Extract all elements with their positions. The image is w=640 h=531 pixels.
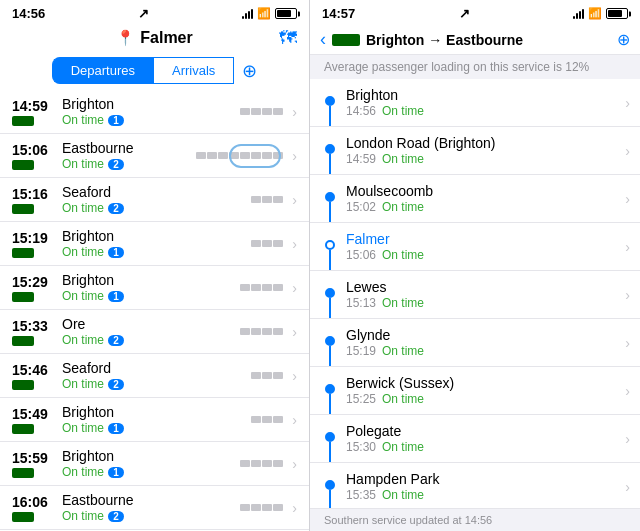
stop-status: On time — [382, 248, 424, 262]
departure-item[interactable]: 15:29BrightonOn time1› — [0, 266, 309, 310]
departure-destination: Eastbourne — [62, 140, 196, 156]
stop-connecting-line — [329, 346, 331, 366]
stop-time: 15:06 — [346, 248, 376, 262]
departure-status: On time — [62, 377, 104, 391]
stop-item[interactable]: Glynde15:19On time› — [310, 319, 640, 367]
chevron-right-icon: › — [292, 280, 297, 296]
stop-item[interactable]: Berwick (Sussex)15:25On time› — [310, 367, 640, 415]
right-panel: 14:57 ↗ 📶 ‹ Brighton → Eastbourne ⊕ Aver… — [310, 0, 640, 531]
departure-item[interactable]: 15:06EastbourneOn time2› — [0, 134, 309, 178]
departure-train-info: › — [240, 456, 297, 472]
departure-time: 15:59 — [12, 450, 54, 466]
chevron-right-icon: › — [292, 104, 297, 120]
departure-status: On time — [62, 421, 104, 435]
stop-name: London Road (Brighton) — [346, 135, 619, 151]
departure-train-info: › — [251, 368, 297, 384]
stop-line-column — [320, 79, 340, 126]
departure-train-info: › — [240, 324, 297, 340]
map-icon[interactable]: 🗺 — [279, 28, 297, 49]
carriage-icons — [251, 196, 284, 203]
stop-item[interactable]: London Road (Brighton)14:59On time› — [310, 127, 640, 175]
loading-notice: Average passenger loading on this servic… — [310, 55, 640, 79]
chevron-right-icon: › — [625, 271, 630, 318]
filter-icon[interactable]: ⊕ — [242, 60, 257, 82]
right-battery-icon — [606, 8, 628, 19]
back-button[interactable]: ‹ — [320, 29, 326, 50]
departure-badge: 1 — [108, 291, 124, 302]
stop-name: Lewes — [346, 279, 619, 295]
departure-destination: Brighton — [62, 404, 251, 420]
stop-name: Falmer — [346, 231, 619, 247]
departure-item[interactable]: 15:46SeafordOn time2› — [0, 354, 309, 398]
operator-logo — [332, 34, 360, 46]
chevron-right-icon: › — [292, 500, 297, 516]
departure-item[interactable]: 15:16SeafordOn time2› — [0, 178, 309, 222]
stop-item[interactable]: Falmer15:06On time› — [310, 223, 640, 271]
departure-time: 15:33 — [12, 318, 54, 334]
stop-line-column — [320, 319, 340, 366]
departure-train-info: › — [251, 412, 297, 428]
departures-tab[interactable]: Departures — [52, 57, 153, 84]
left-header: 📍 Falmer 🗺 — [0, 25, 309, 53]
stop-status: On time — [382, 104, 424, 118]
departure-item[interactable]: 15:33OreOn time2› — [0, 310, 309, 354]
stop-status: On time — [382, 152, 424, 166]
departure-item[interactable]: 16:06EastbourneOn time2› — [0, 486, 309, 530]
departure-item[interactable]: 14:59BrightonOn time1› — [0, 90, 309, 134]
route-from: Brighton — [366, 32, 424, 48]
stop-item[interactable]: Polegate15:30On time› — [310, 415, 640, 463]
stop-item[interactable]: Brighton14:56On time› — [310, 79, 640, 127]
chevron-right-icon: › — [625, 415, 630, 462]
stop-time: 15:19 — [346, 344, 376, 358]
departure-item[interactable]: 15:49BrightonOn time1› — [0, 398, 309, 442]
left-panel: 14:56 ↗ 📶 📍 Falmer 🗺 Departures Arrivals… — [0, 0, 310, 531]
stop-line-column — [320, 175, 340, 222]
stop-time: 14:56 — [346, 104, 376, 118]
stop-status: On time — [382, 488, 424, 502]
stop-item[interactable]: Hampden Park15:35On time› — [310, 463, 640, 508]
stop-status: On time — [382, 392, 424, 406]
arrivals-tab[interactable]: Arrivals — [153, 57, 234, 84]
stop-time: 15:25 — [346, 392, 376, 406]
carriage-icons — [240, 460, 284, 467]
left-status-bar: 14:56 ↗ 📶 — [0, 0, 309, 25]
route-to: Eastbourne — [446, 32, 523, 48]
departure-item[interactable]: 15:59BrightonOn time1› — [0, 442, 309, 486]
stop-dot — [325, 144, 335, 154]
stop-time: 15:35 — [346, 488, 376, 502]
carriage-icons — [251, 416, 284, 423]
stop-line-column — [320, 127, 340, 174]
stop-dot — [325, 384, 335, 394]
right-filter-icon[interactable]: ⊕ — [617, 30, 630, 49]
operator-logo — [12, 116, 34, 126]
operator-logo — [12, 292, 34, 302]
stop-item[interactable]: Moulsecoomb15:02On time› — [310, 175, 640, 223]
chevron-right-icon: › — [625, 127, 630, 174]
stop-connecting-line — [329, 490, 331, 508]
departure-item[interactable]: 15:19BrightonOn time1› — [0, 222, 309, 266]
departure-status: On time — [62, 289, 104, 303]
departure-badge: 2 — [108, 335, 124, 346]
chevron-right-icon: › — [625, 463, 630, 508]
chevron-right-icon: › — [625, 175, 630, 222]
stop-item[interactable]: Lewes15:13On time› — [310, 271, 640, 319]
departure-train-info: › — [251, 192, 297, 208]
stop-dot — [325, 192, 335, 202]
departure-destination: Seaford — [62, 360, 251, 376]
route-arrow: → — [428, 32, 442, 48]
stop-dot — [325, 432, 335, 442]
departure-train-info: › — [240, 104, 297, 120]
departure-time: 15:46 — [12, 362, 54, 378]
right-wifi-icon: 📶 — [588, 7, 602, 20]
chevron-right-icon: › — [292, 236, 297, 252]
stop-connecting-line — [329, 298, 331, 318]
right-status-icons: 📶 — [573, 7, 628, 20]
stop-status: On time — [382, 200, 424, 214]
operator-logo — [12, 204, 34, 214]
departure-badge: 1 — [108, 423, 124, 434]
departure-time: 15:06 — [12, 142, 54, 158]
right-signal-icon — [573, 9, 584, 19]
departure-destination: Eastbourne — [62, 492, 240, 508]
stop-time: 14:59 — [346, 152, 376, 166]
chevron-right-icon: › — [625, 79, 630, 126]
